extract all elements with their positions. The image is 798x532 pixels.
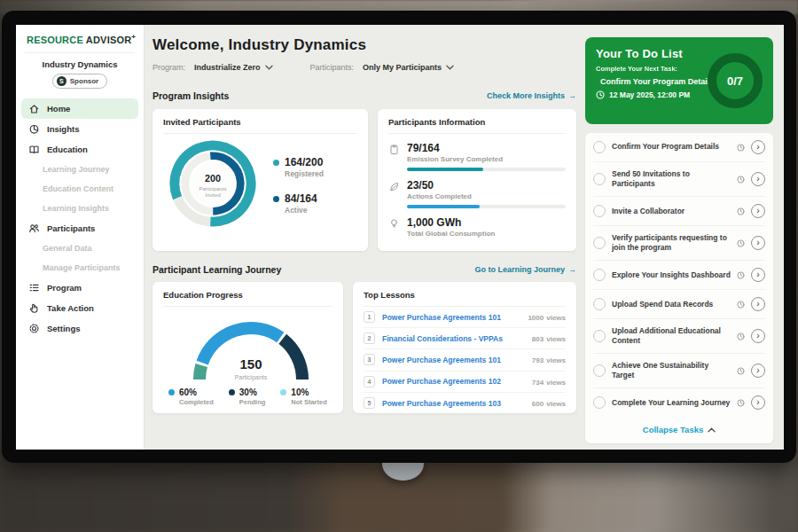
card-title: Participants Information — [388, 117, 566, 134]
participants-information-card: Participants Information 79/164 Emission… — [378, 109, 576, 251]
clipboard-icon — [388, 144, 400, 155]
sidebar-item-general-data[interactable]: General Data — [21, 239, 138, 258]
donut-center-label-2: Invited — [205, 192, 220, 198]
stat-total-consumption: 1,000 GWh Total Global Consumption — [388, 216, 566, 238]
gauge-center-value: 150 — [239, 356, 262, 372]
task-row-upload-spend-data[interactable]: Upload Spend Data Records › — [593, 290, 765, 319]
lesson-rank: 5 — [364, 397, 375, 409]
lesson-link[interactable]: Power Purchase Agreements 103 — [382, 399, 525, 408]
program-label: Program: — [153, 63, 185, 72]
home-icon — [28, 103, 40, 114]
sidebar-item-learning-journey[interactable]: Learning Journey — [21, 160, 138, 179]
task-open-chevron[interactable]: › — [751, 364, 765, 378]
task-checkbox[interactable] — [593, 396, 606, 409]
legend-active: 84/164 Active — [273, 192, 324, 215]
task-checkbox[interactable] — [593, 141, 606, 153]
task-open-chevron[interactable]: › — [751, 172, 765, 186]
program-select[interactable]: Program: Industrialize Zero — [153, 63, 273, 72]
task-row-verify-participants[interactable]: Verify participants requesting to join t… — [593, 226, 765, 261]
card-title: Invited Participants — [163, 117, 357, 134]
lesson-rank: 2 — [364, 332, 375, 344]
task-checkbox[interactable] — [593, 173, 606, 185]
task-checkbox[interactable] — [593, 298, 606, 310]
sidebar-item-manage-participants[interactable]: Manage Participants — [21, 258, 138, 278]
lesson-row: 1 Power Purchase Agreements 101 1000view… — [364, 307, 566, 328]
sidebar-item-participants[interactable]: Participants — [21, 218, 138, 239]
divider — [25, 52, 135, 53]
participants-select[interactable]: Participants: Only My Participants — [310, 63, 455, 72]
lesson-link[interactable]: Power Purchase Agreements 101 — [382, 313, 520, 322]
sidebar-item-learning-insights[interactable]: Learning Insights — [21, 199, 138, 218]
todo-panel: Your To Do List Complete Your Next Task:… — [585, 25, 784, 450]
lesson-link[interactable]: Power Purchase Agreements 102 — [382, 377, 525, 386]
collapse-tasks-link[interactable]: Collapse Tasks — [593, 417, 765, 443]
participants-label: Participants: — [310, 63, 355, 72]
filter-bar: Program: Industrialize Zero Participants… — [153, 63, 576, 72]
lesson-rank: 3 — [364, 354, 375, 365]
sponsor-badge[interactable]: S Sponsor — [52, 74, 107, 89]
task-checkbox[interactable] — [593, 269, 606, 281]
task-open-chevron[interactable]: › — [751, 268, 765, 282]
task-row-confirm-program[interactable]: Confirm Your Program Details › — [593, 133, 765, 162]
check-more-insights-link[interactable]: Check More Insights → — [487, 91, 576, 100]
task-open-chevron[interactable]: › — [751, 140, 765, 154]
task-row-upload-educational-content[interactable]: Upload Additional Educational Content › — [593, 319, 765, 354]
lesson-link[interactable]: Financial Considerations - VPPAs — [382, 334, 525, 343]
chevron-down-icon — [446, 65, 454, 70]
stat-emission-survey: 79/164 Emission Survey Completed — [388, 142, 566, 171]
task-open-chevron[interactable]: › — [751, 236, 765, 250]
task-open-chevron[interactable]: › — [751, 329, 765, 343]
sponsor-label: Sponsor — [70, 77, 98, 85]
legend-not-started: 10% Not Started — [280, 387, 326, 406]
task-row-invite-collaborator[interactable]: Invite a Collaborator › — [593, 197, 765, 226]
sidebar-item-insights[interactable]: Insights — [21, 119, 138, 139]
sidebar-item-education-content[interactable]: Education Content — [21, 179, 138, 199]
go-to-learning-journey-link[interactable]: Go to Learning Journey → — [474, 265, 576, 274]
section-title-learning-journey: Participant Learning Journey — [153, 264, 281, 275]
actions-progress-bar — [407, 205, 480, 208]
card-title: Top Lessons — [364, 290, 566, 307]
sidebar-item-home[interactable]: Home — [21, 98, 138, 119]
task-checkbox[interactable] — [593, 205, 606, 217]
task-checkbox[interactable] — [593, 364, 606, 377]
sidebar-menu: Home Insights Education Learning Journey… — [16, 98, 144, 339]
clock-icon — [596, 90, 605, 99]
lesson-row: 4 Power Purchase Agreements 102 734views — [364, 372, 566, 393]
task-list: Confirm Your Program Details › Send 50 I… — [585, 133, 773, 443]
task-open-chevron[interactable]: › — [751, 204, 765, 218]
donut-center-value: 200 — [205, 173, 221, 184]
chevron-down-icon — [265, 65, 273, 70]
sidebar-item-settings[interactable]: Settings — [21, 318, 138, 339]
task-checkbox[interactable] — [593, 237, 606, 249]
clock-icon — [737, 367, 745, 375]
task-row-achieve-sustainability-target[interactable]: Achieve One Sustainability Target › — [593, 354, 765, 388]
lesson-rank: 4 — [364, 376, 375, 387]
legend-pending: 30% Pending — [229, 387, 266, 406]
program-icon — [28, 282, 40, 293]
task-checkbox[interactable] — [593, 330, 606, 342]
lesson-row: 2 Financial Considerations - VPPAs 803vi… — [364, 328, 566, 349]
task-row-complete-learning-journey[interactable]: Complete Your Learning Journey › — [593, 388, 765, 417]
task-row-explore-insights[interactable]: Explore Your Insights Dashboard › — [593, 261, 765, 290]
task-open-chevron[interactable]: › — [751, 395, 765, 410]
task-open-chevron[interactable]: › — [751, 297, 765, 311]
education-progress-card: Education Progress 150 Participants 60% … — [153, 282, 343, 413]
todo-header-card: Your To Do List Complete Your Next Task:… — [585, 37, 773, 124]
lesson-link[interactable]: Power Purchase Agreements 101 — [382, 356, 525, 364]
sidebar-item-take-action[interactable]: Take Action — [21, 298, 138, 318]
task-row-send-invitations[interactable]: Send 50 Invitations to Participants › — [593, 162, 765, 197]
education-progress-gauge-chart: 150 Participants — [182, 309, 315, 387]
emission-progress-bar — [407, 168, 483, 171]
clock-icon — [737, 207, 745, 215]
sidebar-item-program[interactable]: Program — [21, 278, 138, 298]
clock-icon — [737, 399, 745, 407]
section-title-program-insights: Program Insights — [153, 90, 229, 101]
sidebar-item-education[interactable]: Education — [21, 139, 138, 160]
todo-next-task: Confirm Your Program Details — [600, 77, 714, 86]
clock-icon — [737, 271, 745, 279]
dashboard-screen: RESOURCE ADVISOR+ Industry Dynamics S Sp… — [16, 25, 784, 450]
settings-icon — [28, 323, 40, 334]
education-icon — [28, 144, 40, 155]
app-logo: RESOURCE ADVISOR+ — [16, 33, 144, 45]
lesson-rank: 1 — [364, 311, 375, 323]
